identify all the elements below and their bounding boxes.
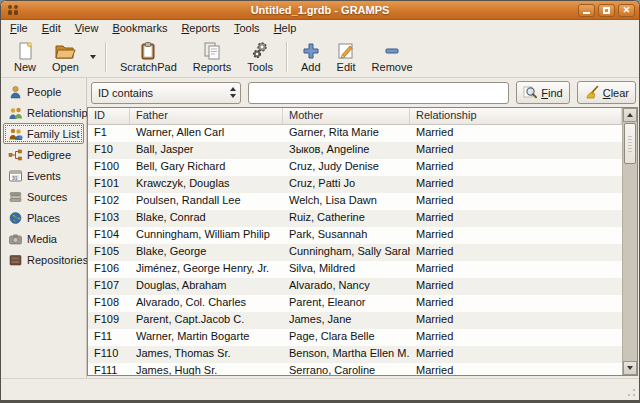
- sidebar-item-events[interactable]: 31 Events: [3, 165, 84, 186]
- table-body: F1 Warner, Allen Carl Garner, Rita Marie…: [88, 125, 622, 375]
- table-row[interactable]: F100 Bell, Gary Richard Cruz, Judy Denis…: [88, 159, 622, 176]
- places-icon: [8, 211, 23, 225]
- sidebar-item-relationships[interactable]: Relationships: [3, 102, 84, 123]
- table-row[interactable]: F107 Douglas, Abraham Alvarado, Nancy Ma…: [88, 278, 622, 295]
- resize-grip[interactable]: [627, 388, 636, 397]
- cell-relationship: Married: [410, 125, 622, 142]
- column-header-relationship[interactable]: Relationship: [410, 108, 622, 124]
- menu-item[interactable]: View: [68, 21, 106, 36]
- scratchpad-icon: [139, 41, 157, 61]
- cell-mother: Park, Susannah: [283, 227, 410, 244]
- table-row[interactable]: F101 Krawczyk, Douglas Cruz, Patti Jo Ma…: [88, 176, 622, 193]
- sidebar-item-places[interactable]: Places: [3, 207, 84, 228]
- family-list-icon: [8, 127, 23, 141]
- maximize-button[interactable]: [598, 4, 615, 17]
- table-row[interactable]: F10 Ball, Jasper Зыков, Angeline Married: [88, 142, 622, 159]
- close-button[interactable]: ✕: [618, 4, 635, 17]
- table-row[interactable]: F106 Jiménez, George Henry, Jr. Silva, M…: [88, 261, 622, 278]
- new-button[interactable]: New: [6, 38, 44, 76]
- svg-text:31: 31: [12, 175, 18, 181]
- window-title: Untitled_1.grdb - GRAMPS: [1, 4, 639, 16]
- table-row[interactable]: F110 James, Thomas Sr. Benson, Martha El…: [88, 346, 622, 363]
- remove-icon: [383, 41, 401, 61]
- sidebar-item-sources[interactable]: Sources: [3, 186, 84, 207]
- cell-id: F10: [88, 142, 130, 159]
- cell-mother: Cunningham, Sally Sarah: [283, 244, 410, 261]
- open-folder-icon: [54, 41, 76, 61]
- scratchpad-button[interactable]: ScratchPad: [112, 38, 185, 76]
- menu-item[interactable]: Help: [267, 21, 304, 36]
- cell-id: F109: [88, 312, 130, 329]
- vertical-scrollbar[interactable]: [622, 108, 637, 375]
- cell-mother: Cruz, Judy Denise: [283, 159, 410, 176]
- table-row[interactable]: F111 James, Hugh Sr. Serrano, Caroline M…: [88, 363, 622, 375]
- cell-father: James, Hugh Sr.: [130, 363, 283, 375]
- clear-button-label: Clear: [603, 87, 629, 99]
- sidebar-item-pedigree[interactable]: Pedigree: [3, 144, 84, 165]
- cell-mother: Alvarado, Nancy: [283, 278, 410, 295]
- menu-item[interactable]: Tools: [227, 21, 267, 36]
- sidebar-item-people[interactable]: People: [3, 81, 84, 102]
- minimize-button[interactable]: [578, 4, 595, 17]
- scrollbar-thumb[interactable]: [624, 123, 636, 164]
- people-icon: [8, 85, 23, 99]
- cell-mother: James, Jane: [283, 312, 410, 329]
- table-row[interactable]: F109 Parent, Capt.Jacob C. James, Jane M…: [88, 312, 622, 329]
- reports-button[interactable]: Reports: [185, 38, 240, 76]
- cell-mother: Serrano, Caroline: [283, 363, 410, 375]
- column-header-father[interactable]: Father: [130, 108, 283, 124]
- clear-button[interactable]: Clear: [577, 81, 636, 104]
- tools-icon: [250, 41, 270, 61]
- table-row[interactable]: F105 Blake, George Cunningham, Sally Sar…: [88, 244, 622, 261]
- menu-item[interactable]: Reports: [174, 21, 227, 36]
- sidebar-item-label: Repositories: [27, 254, 88, 266]
- scroll-down-button[interactable]: [623, 361, 637, 375]
- sidebar-item-label: Relationships: [27, 107, 93, 119]
- combo-spinner-icon: [230, 87, 236, 98]
- scroll-up-button[interactable]: [623, 108, 637, 122]
- menu-item[interactable]: Bookmarks: [105, 21, 174, 36]
- find-button[interactable]: Find: [516, 81, 569, 104]
- filter-field-select[interactable]: ID contains: [91, 82, 241, 104]
- cell-father: Warner, Martin Bogarte: [130, 329, 283, 346]
- sidebar-item-family-list[interactable]: Family List: [3, 123, 84, 144]
- media-icon: [8, 232, 23, 246]
- tools-button[interactable]: Tools: [239, 38, 281, 76]
- sidebar-item-repositories[interactable]: Repositories: [3, 249, 84, 270]
- cell-id: F101: [88, 176, 130, 193]
- toolbar-label: Tools: [247, 61, 273, 74]
- cell-mother: Ruiz, Catherine: [283, 210, 410, 227]
- edit-button[interactable]: Edit: [329, 38, 364, 76]
- filter-search-input[interactable]: [248, 82, 509, 104]
- sidebar-item-media[interactable]: Media: [3, 228, 84, 249]
- filter-field-value: ID contains: [98, 87, 230, 99]
- cell-father: Blake, George: [130, 244, 283, 261]
- table-row[interactable]: F102 Poulsen, Randall Lee Welch, Lisa Da…: [88, 193, 622, 210]
- cell-id: F107: [88, 278, 130, 295]
- title-bar[interactable]: Untitled_1.grdb - GRAMPS ✕: [1, 1, 639, 20]
- cell-mother: Cruz, Patti Jo: [283, 176, 410, 193]
- table-row[interactable]: F103 Blake, Conrad Ruiz, Catherine Marri…: [88, 210, 622, 227]
- remove-button[interactable]: Remove: [364, 38, 421, 76]
- family-list-view: ID contains Find Clear ID Father: [87, 78, 639, 378]
- add-button[interactable]: Add: [293, 38, 329, 76]
- cell-mother: Garner, Rita Marie: [283, 125, 410, 142]
- open-dropdown-button[interactable]: [87, 38, 100, 76]
- cell-relationship: Married: [410, 312, 622, 329]
- column-header-id[interactable]: ID: [88, 108, 130, 124]
- cell-relationship: Married: [410, 295, 622, 312]
- events-icon: 31: [8, 169, 23, 183]
- table-row[interactable]: F1 Warner, Allen Carl Garner, Rita Marie…: [88, 125, 622, 142]
- column-header-mother[interactable]: Mother: [283, 108, 410, 124]
- menu-item[interactable]: File: [3, 21, 35, 36]
- close-icon: ✕: [623, 6, 631, 15]
- cell-id: F103: [88, 210, 130, 227]
- cell-id: F105: [88, 244, 130, 261]
- menu-item[interactable]: Edit: [35, 21, 68, 36]
- table-row[interactable]: F104 Cunningham, William Philip Park, Su…: [88, 227, 622, 244]
- table-row[interactable]: F11 Warner, Martin Bogarte Page, Clara B…: [88, 329, 622, 346]
- table-header: ID Father Mother Relationship: [88, 108, 622, 125]
- open-button[interactable]: Open: [44, 38, 87, 76]
- cell-id: F111: [88, 363, 130, 375]
- table-row[interactable]: F108 Alvarado, Col. Charles Parent, Elea…: [88, 295, 622, 312]
